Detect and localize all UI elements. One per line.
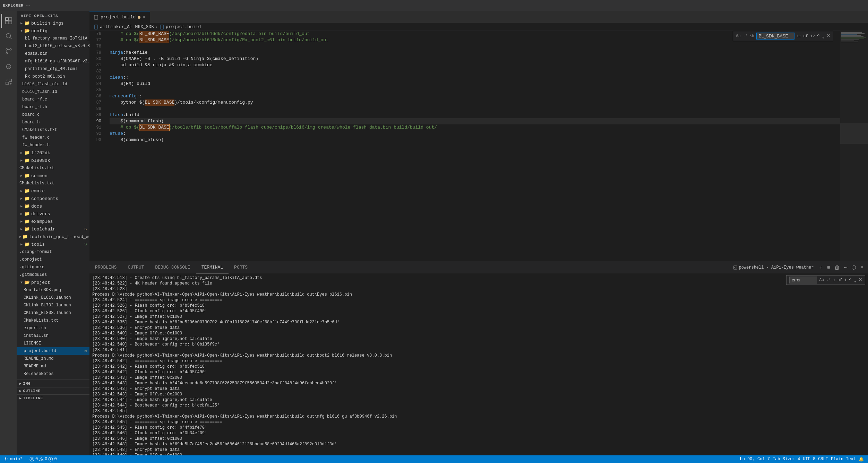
sidebar-item-project[interactable]: ▼ 📂 project: [17, 279, 89, 286]
sidebar-item-cklink_bl808[interactable]: CKLink_BL808.launch: [17, 309, 89, 317]
sidebar-item-export_sh[interactable]: export.sh: [17, 324, 89, 332]
sidebar-item-fw_header_h[interactable]: fw_header.h: [17, 141, 89, 149]
panel-tab-output[interactable]: OUTPUT: [122, 262, 149, 273]
sidebar-item-boot2[interactable]: boot2_bl616_release_v8.0.8.bin: [17, 42, 89, 50]
sidebar-item-release_notes[interactable]: ReleaseNotes: [17, 370, 89, 378]
activity-git-icon[interactable]: [1, 44, 15, 58]
outline-section-header[interactable]: ▶ OUTLINE: [17, 388, 89, 394]
activity-debug-icon[interactable]: [1, 60, 15, 73]
status-encoding[interactable]: UTF-8: [801, 457, 817, 462]
error-find-input[interactable]: [789, 277, 817, 283]
panel-split-button[interactable]: ⊞: [825, 263, 832, 272]
arrow-icon: ▶: [19, 174, 24, 178]
panel-add-button[interactable]: +: [818, 264, 824, 271]
tab-close-button[interactable]: ×: [143, 15, 145, 20]
error-find-aa: Aa: [819, 278, 824, 282]
panel-tab-terminal[interactable]: TERMINAL: [196, 262, 229, 273]
sidebar-item-cmakelists2[interactable]: CMakeLists.txt: [17, 164, 89, 172]
status-position[interactable]: Ln 90, Col 7: [739, 457, 771, 462]
find-input[interactable]: [756, 33, 794, 40]
sidebar-item-gitignore[interactable]: .gitignore: [17, 263, 89, 271]
sidebar-item-edata[interactable]: edata.bin: [17, 50, 89, 58]
find-prev-btn[interactable]: ⌃: [817, 33, 820, 39]
sidebar-item-docs[interactable]: ▶ 📁 docs: [17, 202, 89, 210]
status-tab-size[interactable]: Tab Size: 4: [771, 457, 801, 462]
panel-maximize-button[interactable]: ⬡: [850, 263, 858, 272]
sidebar-item-bl_factory[interactable]: bl_factory_params_IoTKitA_auto.dts: [17, 35, 89, 42]
panel-overflow-button[interactable]: ⋯: [843, 263, 849, 272]
svg-point-6: [6, 52, 8, 54]
menu-dots-icon[interactable]: ⋯: [26, 2, 30, 9]
timeline-label: TIMELINE: [23, 396, 43, 400]
find-close-btn[interactable]: ×: [827, 33, 830, 39]
activity-extensions-icon[interactable]: [1, 75, 15, 89]
sidebar-item-fw_header_c[interactable]: fw_header.c: [17, 134, 89, 141]
sidebar-item-cmakelists4[interactable]: CMakeLists.txt: [17, 317, 89, 324]
sidebar-item-cklink_bl702[interactable]: CKLink_BL702.launch: [17, 302, 89, 309]
panel-tab-problems[interactable]: PROBLEMS: [89, 262, 122, 273]
sidebar-item-mfg[interactable]: mfg_bl616_gu_af8b0946f_v2.26.bin: [17, 58, 89, 65]
error-count: 0: [35, 457, 38, 462]
sidebar-item-board_rf_h[interactable]: board_rf.h: [17, 103, 89, 111]
sidebar-item-config[interactable]: ▼ 📂 config: [17, 27, 89, 35]
arrow-icon: ▶: [19, 21, 24, 25]
sidebar-item-cmake[interactable]: ▶ 📁 cmake: [17, 187, 89, 195]
sidebar-item-cproject[interactable]: .cproject: [17, 256, 89, 263]
error-find-prev[interactable]: ⌃: [849, 277, 852, 283]
activity-explorer-icon[interactable]: [1, 14, 15, 28]
sidebar-item-toolchain_gcc[interactable]: ▶ 📁 toolchain_gcc_t-head_windows: [17, 233, 89, 241]
panel-trash-button[interactable]: 🗑: [833, 264, 841, 272]
sidebar-item-toolchain[interactable]: ▶ 📁 toolchain S: [17, 225, 89, 233]
tab-project-build[interactable]: project.build ×: [89, 11, 150, 23]
sidebar-item-rx_boot2[interactable]: Rx_boot2_m61.bin: [17, 73, 89, 80]
svg-point-7: [10, 49, 11, 50]
img-section-header[interactable]: ▶ IMG: [17, 381, 89, 386]
code-editor[interactable]: # cp $(BL_SDK_BASE)/bsp/board/bl616dk/co…: [107, 31, 840, 261]
sidebar-item-board_h[interactable]: board.h: [17, 119, 89, 126]
svg-rect-0: [6, 18, 8, 20]
sidebar-item-cmakelists3[interactable]: CMakeLists.txt: [17, 180, 89, 187]
project-build-badge: M: [84, 349, 87, 353]
sidebar-item-examples[interactable]: ▶ 📁 examples: [17, 218, 89, 225]
sidebar-item-drivers[interactable]: ▶ 📁 drivers: [17, 210, 89, 218]
panel-tab-ports[interactable]: PORTS: [229, 262, 253, 273]
sidebar-item-board_c[interactable]: board.c: [17, 111, 89, 119]
panel-close-button[interactable]: ×: [859, 264, 865, 271]
status-line-ending[interactable]: CRLF: [817, 457, 830, 462]
sidebar-item-license[interactable]: LICENSE: [17, 340, 89, 347]
sidebar-item-label: project: [31, 280, 50, 285]
terminal-output[interactable]: [23:48:42.518] - Create dts using bl_fac…: [89, 274, 868, 455]
sidebar-item-components[interactable]: ▶ 📁 components: [17, 195, 89, 202]
sidebar-item-project-build[interactable]: project.build M: [17, 347, 89, 355]
sidebar-item-cklink_bl616[interactable]: CKLink_BL616.launch: [17, 294, 89, 302]
status-branch[interactable]: main*: [3, 455, 24, 463]
find-next-btn[interactable]: ⌄: [822, 33, 825, 39]
sidebar-item-board_rf_c[interactable]: board_rf.c: [17, 96, 89, 103]
sidebar-item-bl808dk[interactable]: ▶ 📁 bl808dk: [17, 157, 89, 164]
error-find-next[interactable]: ⌄: [854, 277, 857, 283]
sidebar-item-readme_md[interactable]: README.md: [17, 362, 89, 370]
status-errors[interactable]: 0 0 0: [28, 455, 58, 463]
svg-rect-2: [6, 21, 8, 24]
panel-tab-debug[interactable]: DEBUG CONSOLE: [149, 262, 196, 273]
activity-search-icon[interactable]: [1, 29, 15, 43]
sidebar-item-builtin_imgs[interactable]: ▶ 📁 builtin_imgs: [17, 19, 89, 27]
sidebar-item-clang_format[interactable]: .clang-format: [17, 248, 89, 256]
term-line: [23:48:42.546] - Clock config crc: b'0b3…: [92, 430, 865, 436]
status-notifications[interactable]: 🔔: [857, 457, 865, 462]
sidebar-item-bl616_flash[interactable]: bl616_flash.ld: [17, 88, 89, 96]
sidebar-item-bl616_flash_old[interactable]: bl616_flash_old.ld: [17, 80, 89, 88]
sidebar-item-readme_zh[interactable]: README_zh.md: [17, 355, 89, 362]
sidebar-item-bouffalo_png[interactable]: BouffaloSDK.png: [17, 286, 89, 294]
sidebar-item-gitmodules[interactable]: .gitmodules: [17, 271, 89, 279]
code-line-82: [110, 68, 840, 75]
sidebar-item-cmakelists[interactable]: CMakeLists.txt: [17, 126, 89, 134]
sidebar-item-partition[interactable]: partition_cfg_4M.toml: [17, 65, 89, 73]
sidebar-item-common[interactable]: ▶ 📁 common: [17, 172, 89, 180]
sidebar-item-lf702dk[interactable]: ▶ 📁 lf702dk: [17, 149, 89, 157]
error-find-close[interactable]: ×: [859, 277, 862, 283]
timeline-section-header[interactable]: ▶ TIMELINE: [17, 395, 89, 401]
status-language[interactable]: Plain Text: [830, 457, 857, 462]
sidebar-item-tools[interactable]: ▶ 📁 tools S: [17, 241, 89, 248]
sidebar-item-install_sh[interactable]: install.sh: [17, 332, 89, 340]
